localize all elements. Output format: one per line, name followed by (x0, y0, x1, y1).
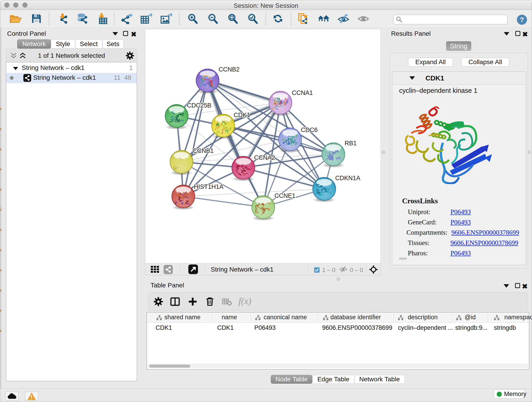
svg-text:CCNB2: CCNB2 (219, 66, 240, 73)
svg-text:?: ? (520, 16, 524, 23)
svg-text:CCNE1: CCNE1 (274, 192, 296, 199)
svg-text:RB1: RB1 (345, 140, 357, 147)
svg-text:CCNA2: CCNA2 (254, 154, 275, 161)
svg-text:CDC6: CDC6 (301, 127, 318, 133)
svg-text:CDC25B: CDC25B (187, 102, 211, 109)
svg-text:CCNB1: CCNB1 (193, 147, 214, 154)
svg-text:CCNA1: CCNA1 (292, 89, 313, 96)
svg-text:CDK1: CDK1 (234, 112, 250, 119)
svg-text:CDKN1A: CDKN1A (335, 175, 360, 182)
svg-text:HIST1H1A: HIST1H1A (194, 183, 223, 190)
